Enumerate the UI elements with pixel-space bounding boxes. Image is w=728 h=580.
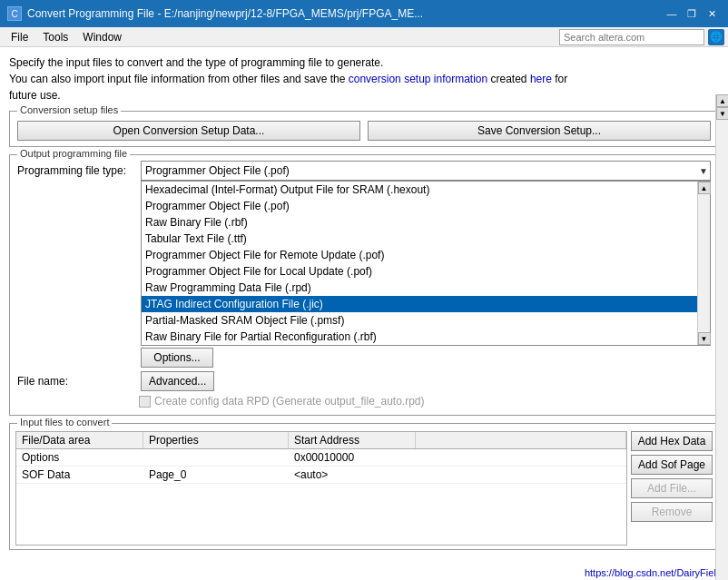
close-button[interactable]: ✕ [703, 5, 721, 23]
row0-properties [143, 449, 289, 466]
dropdown-scrollbar: ▲ ▼ [697, 182, 710, 345]
menu-items: File Tools Window [4, 29, 129, 45]
create-config-checkbox [139, 396, 151, 408]
output-section-title: Output programming file [17, 148, 130, 159]
desc-line2: You can also import input file informati… [9, 71, 719, 87]
file-table-header: File/Data area Properties Start Address [16, 432, 626, 449]
side-buttons: Add Hex Data Add Sof Page Add File... Re… [631, 431, 713, 546]
window-scrollbar[interactable]: ▲ ▼ [715, 94, 728, 580]
col-file-area: File/Data area [16, 432, 143, 448]
save-conversion-button[interactable]: Save Conversion Setup... [368, 121, 711, 141]
input-section-title: Input files to convert [17, 417, 112, 428]
row0-file-area: Options [16, 449, 143, 466]
search-input[interactable] [559, 29, 704, 45]
table-row-0: Options 0x00010000 [16, 449, 626, 467]
col-extra [416, 432, 626, 448]
menu-bar: File Tools Window 🌐 [0, 27, 728, 47]
search-area: 🌐 [559, 29, 724, 45]
file-table: File/Data area Properties Start Address … [15, 431, 627, 546]
file-name-row: File name: Advanced... [17, 371, 711, 391]
add-file-button[interactable]: Add File... [631, 478, 713, 498]
open-conversion-button[interactable]: Open Conversion Setup Data... [17, 121, 360, 141]
dropdown-item-6[interactable]: Raw Programming Data File (.rpd) [142, 280, 697, 296]
add-hex-data-button[interactable]: Add Hex Data [631, 431, 713, 451]
win-scrollbar-up[interactable]: ▲ [716, 94, 728, 107]
dropdown-item-7[interactable]: JTAG Indirect Configuration File (.jic) [142, 296, 697, 312]
dropdown-item-0[interactable]: Hexadecimal (Intel-Format) Output File f… [142, 182, 697, 198]
description: Specify the input files to convert and t… [9, 54, 719, 103]
dropdown-item-9[interactable]: Raw Binary File for Partial Reconfigurat… [142, 329, 697, 345]
input-files-section: Input files to convert File/Data area Pr… [9, 423, 719, 550]
conversion-setup-title: Conversion setup files [17, 104, 121, 115]
remove-button[interactable]: Remove [631, 502, 713, 522]
title-bar: C Convert Programming File - E:/nanjing/… [0, 0, 728, 27]
programming-type-dropdown-container: Programmer Object File (.pof) ▼ Hexadeci… [141, 161, 711, 181]
scrollbar-up-btn[interactable]: ▲ [698, 182, 711, 194]
row1-properties: Page_0 [143, 467, 289, 483]
conversion-setup-buttons: Open Conversion Setup Data... Save Conve… [17, 117, 711, 141]
dropdown-item-1[interactable]: Programmer Object File (.pof) [142, 198, 697, 214]
win-scrollbar-down[interactable]: ▼ [716, 107, 728, 120]
programming-file-type-label: Programming file type: [17, 164, 135, 177]
file-name-label: File name: [17, 375, 135, 388]
dropdown-item-5[interactable]: Programmer Object File for Local Update … [142, 263, 697, 280]
table-row-1: SOF Data Page_0 <auto> [16, 467, 626, 484]
selected-type-value: Programmer Object File (.pof) [145, 164, 290, 177]
col-start-addr: Start Address [289, 432, 416, 448]
add-sof-page-button[interactable]: Add Sof Page [631, 455, 713, 475]
advanced-button[interactable]: Advanced... [141, 371, 214, 391]
options-button[interactable]: Options... [141, 348, 213, 368]
options-row: Options... [17, 348, 711, 368]
row0-start-addr: 0x00010000 [289, 449, 416, 466]
dropdown-item-4[interactable]: Programmer Object File for Remote Update… [142, 247, 697, 263]
dropdown-arrow-icon: ▼ [699, 166, 708, 176]
menu-window[interactable]: Window [75, 29, 129, 45]
input-section-inner: File/Data area Properties Start Address … [15, 428, 713, 546]
dropdown-item-2[interactable]: Raw Binary File (.rbf) [142, 214, 697, 231]
desc-line3: future use. [9, 87, 719, 103]
status-url: https://blog.csdn.net/DairyFiel... [581, 565, 728, 580]
dropdown-item-8[interactable]: Partial-Masked SRAM Object File (.pmsf) [142, 312, 697, 329]
window-controls: — ❐ ✕ [663, 5, 721, 23]
col-properties: Properties [143, 432, 289, 448]
row1-start-addr: <auto> [289, 467, 416, 483]
menu-file[interactable]: File [4, 29, 35, 45]
dropdown-items: Hexadecimal (Intel-Format) Output File f… [142, 182, 697, 345]
app-icon: C [7, 6, 22, 21]
main-content: Specify the input files to convert and t… [0, 47, 728, 580]
checkbox-row: Create config data RPD (Generate output_… [17, 395, 711, 408]
dropdown-item-3[interactable]: Tabular Text File (.ttf) [142, 231, 697, 247]
row1-extra [416, 467, 626, 483]
scrollbar-down-btn[interactable]: ▼ [698, 332, 711, 345]
row1-file-area: SOF Data [16, 467, 143, 483]
restore-button[interactable]: ❐ [683, 5, 701, 23]
menu-tools[interactable]: Tools [35, 29, 75, 45]
minimize-button[interactable]: — [663, 5, 681, 23]
output-programming-group: Output programming file Programming file… [9, 154, 719, 416]
programming-type-select[interactable]: Programmer Object File (.pof) ▼ [141, 161, 711, 181]
row0-extra [416, 449, 626, 466]
file-type-dropdown-list[interactable]: Hexadecimal (Intel-Format) Output File f… [141, 181, 711, 346]
conversion-setup-group: Conversion setup files Open Conversion S… [9, 111, 719, 147]
globe-icon[interactable]: 🌐 [708, 29, 724, 45]
window-title: Convert Programming File - E:/nanjing/ne… [27, 7, 663, 20]
programming-file-type-row: Programming file type: Programmer Object… [17, 161, 711, 181]
checkbox-label: Create config data RPD (Generate output_… [154, 395, 425, 408]
desc-line1: Specify the input files to convert and t… [9, 54, 719, 71]
